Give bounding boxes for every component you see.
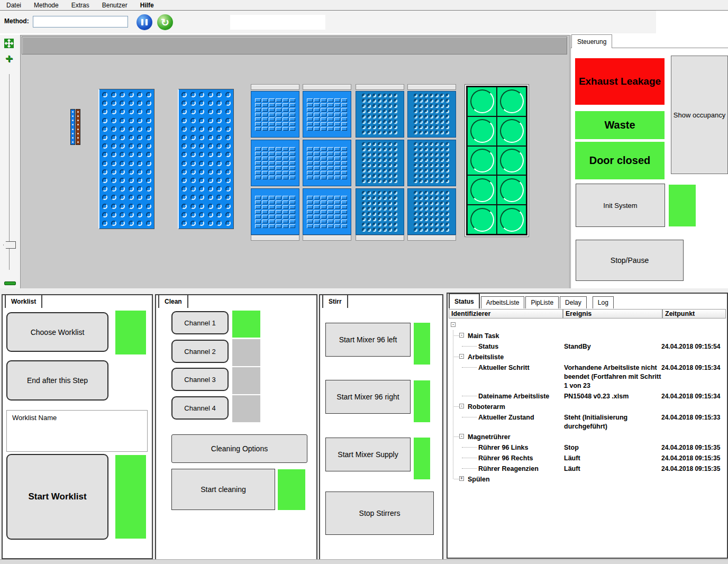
zoom-in-icon[interactable]: + <box>3 53 15 66</box>
tip-slot <box>283 176 288 179</box>
channel-1-button[interactable]: Channel 1 <box>171 311 229 334</box>
tab-log[interactable]: Log <box>593 296 614 308</box>
zoom-slider-handle[interactable] <box>3 241 16 249</box>
tip-slot <box>269 161 275 165</box>
well <box>414 228 417 232</box>
tip-slot <box>314 98 320 102</box>
tip-slot <box>262 103 268 107</box>
zoom-out-icon[interactable] <box>4 281 16 285</box>
tab-pipliste[interactable]: PipListe <box>525 296 559 308</box>
well <box>378 99 381 103</box>
plate-carrier-1[interactable] <box>356 84 404 241</box>
well <box>383 104 387 108</box>
well <box>378 153 381 157</box>
refresh-icon: ↻ <box>161 16 169 29</box>
stop-stirrers-button[interactable]: Stop Stirrers <box>325 492 434 535</box>
start-mixer-96-right-button[interactable]: Start Mixer 96 right <box>325 380 411 414</box>
well <box>440 163 444 167</box>
well <box>146 92 151 97</box>
well <box>372 120 376 124</box>
tree-row[interactable]: Dateiname ArbeitslistePN15048 v0.23 .xls… <box>449 390 727 401</box>
start-worklist-button[interactable]: Start Worklist <box>6 454 108 540</box>
tree-row[interactable]: -Magnetrührer <box>449 431 727 442</box>
channel-4-button[interactable]: Channel 4 <box>171 396 229 420</box>
menu-extras[interactable]: Extras <box>65 0 96 10</box>
tree-expand-box[interactable]: + <box>459 476 464 481</box>
well <box>225 109 231 114</box>
tube-strips[interactable] <box>70 109 81 145</box>
tip-slot <box>276 127 281 131</box>
tree-row[interactable]: - <box>449 320 727 330</box>
tree-expand-box[interactable]: - <box>459 404 464 408</box>
well <box>414 191 417 195</box>
start-cleaning-button[interactable]: Start cleaning <box>171 469 275 510</box>
tree-row[interactable]: -Arbeitsliste <box>449 351 727 362</box>
well <box>424 179 428 183</box>
well <box>367 196 371 200</box>
well <box>367 169 371 172</box>
stop-pause-button[interactable]: Stop/Pause <box>576 240 684 281</box>
tab-worklist[interactable]: Worklist <box>5 294 42 308</box>
reagent-trough-carrier[interactable] <box>465 84 529 237</box>
tab-steuerung[interactable]: Steuerung <box>571 34 612 48</box>
plate-96-left[interactable] <box>98 89 154 229</box>
tree-expand-box[interactable]: - <box>459 434 464 439</box>
refresh-button[interactable]: ↻ <box>157 14 173 30</box>
trough-bottle <box>497 146 526 176</box>
choose-worklist-button[interactable]: Choose Worklist <box>6 312 108 352</box>
channel-3-button[interactable]: Channel 3 <box>171 368 229 391</box>
tree-row[interactable]: Rührer ReagenzienLäuft24.04.2018 09:15:3… <box>449 463 727 474</box>
tip-slot <box>262 196 268 199</box>
menu-methode[interactable]: Methode <box>28 0 65 10</box>
tab-arbeitsliste[interactable]: ArbeitsListe <box>481 296 525 308</box>
tree-row[interactable]: Rührer 96 LinksStop24.04.2018 09:15:35 <box>449 442 727 452</box>
deck-view[interactable] <box>20 35 570 289</box>
tab-delay[interactable]: Delay <box>560 296 587 308</box>
plate-carrier-2[interactable] <box>407 84 456 241</box>
tree-row[interactable]: Aktueller ZustandSteht (Initialisierung … <box>449 412 727 431</box>
tree-row[interactable]: +Spülen <box>449 474 727 484</box>
plate-96-right[interactable] <box>178 89 234 229</box>
tab-clean[interactable]: Clean <box>158 294 188 308</box>
tree-expand-box[interactable]: - <box>459 333 464 338</box>
tree-row[interactable]: Aktueller SchrittVorhandene Arbeitsliste… <box>449 362 727 390</box>
well <box>445 148 449 151</box>
well <box>199 186 204 192</box>
channel-2-button[interactable]: Channel 2 <box>171 340 229 363</box>
well <box>199 143 204 149</box>
cleaning-options-button[interactable]: Cleaning Options <box>171 434 307 463</box>
init-system-button[interactable]: Init System <box>576 184 665 227</box>
tab-status[interactable]: Status <box>449 293 480 308</box>
tree-row[interactable]: -Main Task <box>449 330 727 341</box>
pause-button[interactable] <box>136 14 152 30</box>
method-input[interactable] <box>33 16 128 28</box>
tip-slot <box>334 210 340 214</box>
fit-view-icon[interactable] <box>4 38 14 49</box>
tree-row[interactable]: StatusStandBy24.04.2018 09:15:54 <box>449 341 727 351</box>
tree-expand-box[interactable]: - <box>451 322 456 327</box>
well <box>424 158 428 162</box>
well <box>424 120 428 124</box>
tip-slot <box>334 166 340 170</box>
start-mixer-96-left-button[interactable]: Start Mixer 96 left <box>325 323 411 357</box>
tab-stirr[interactable]: Stirr <box>322 294 348 308</box>
well <box>146 161 151 166</box>
menu-datei[interactable]: Datei <box>0 0 28 10</box>
well <box>445 131 449 134</box>
well <box>146 186 151 192</box>
show-occupancy-button[interactable]: Show occupancy <box>671 56 728 174</box>
tree-expand-box[interactable]: - <box>459 354 464 359</box>
tip-slot <box>269 205 275 209</box>
well <box>190 92 196 97</box>
tree-row[interactable]: -Roboterarm <box>449 401 727 412</box>
end-after-step-button[interactable]: End after this Step <box>6 360 108 401</box>
menu-benutzer[interactable]: Benutzer <box>96 0 134 10</box>
menu-hilfe[interactable]: Hilfe <box>134 0 160 10</box>
tip-carrier-2[interactable] <box>303 84 351 241</box>
worklist-name-box[interactable]: Worklist Name <box>6 410 148 452</box>
tip-carrier-1[interactable] <box>251 84 299 241</box>
well <box>388 99 392 103</box>
start-mixer-supply-button[interactable]: Start Mixer Supply <box>325 438 411 471</box>
well <box>378 212 381 216</box>
tree-row[interactable]: Rührer 96 RechtsLäuft24.04.2018 09:15:35 <box>449 452 727 463</box>
